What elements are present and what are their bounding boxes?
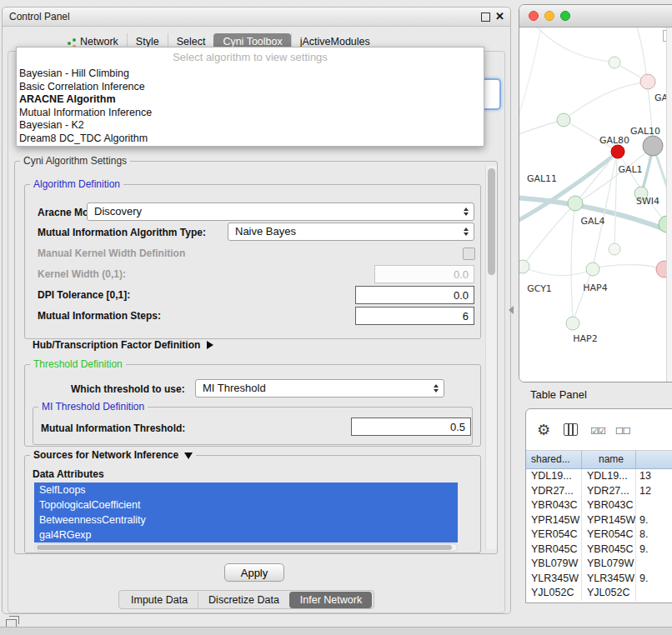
sources-expander[interactable]: Sources for Network Inference <box>30 449 196 461</box>
table-body: YDL19...YDL19...13YDR27...YDR27...12YBR0… <box>526 469 672 602</box>
column-header[interactable]: shared... <box>526 451 582 468</box>
table-cell: YJL052C <box>526 586 582 601</box>
network-edge <box>594 265 664 269</box>
network-node[interactable] <box>557 113 570 127</box>
hide-columns-icon[interactable] <box>615 422 630 438</box>
which-threshold-value: MI Threshold <box>196 380 429 397</box>
column-header[interactable] <box>636 451 672 468</box>
tab-label: Cyni Toolbox <box>223 36 282 48</box>
network-edge <box>524 268 591 275</box>
bottom-tab-discretize-data[interactable]: Discretize Data <box>198 592 289 608</box>
network-node-label: GAL10 <box>630 126 660 137</box>
mac-minimize-button[interactable] <box>544 11 554 21</box>
network-node-label: GAL4 <box>580 216 604 227</box>
which-threshold-select[interactable]: MI Threshold <box>195 379 444 398</box>
mac-close-button[interactable] <box>529 11 539 21</box>
bottom-tab-infer-network[interactable]: Infer Network <box>289 592 372 608</box>
network-node[interactable] <box>568 196 583 211</box>
algorithm-option[interactable]: Basic Correlation Inference <box>17 81 484 94</box>
table-row[interactable]: YBR043CYBR043C <box>526 498 672 513</box>
table-cell <box>636 586 672 601</box>
splitter-arrow-icon[interactable] <box>509 306 514 314</box>
table-cell: YLR345W <box>526 572 582 587</box>
close-icon[interactable] <box>495 10 504 22</box>
table-row[interactable]: YDL19...YDL19...13 <box>526 469 672 484</box>
mi-steps-field[interactable] <box>355 307 474 325</box>
sources-title: Sources for Network Inference <box>33 449 178 461</box>
network-vscrollbar[interactable] <box>666 28 672 382</box>
table-row[interactable]: YLR345WYLR345W9. <box>526 572 672 587</box>
network-canvas[interactable]: GAL80GAL10GAL11GAL1SWI4GAL4GCY1HAP4HAP2G… <box>519 28 672 382</box>
hub-definition-expander[interactable]: Hub/Transcription Factor Definition <box>33 338 213 352</box>
attribute-item[interactable]: gal4RGexp <box>34 528 458 542</box>
table-row[interactable]: YPR145WYPR145W9. <box>526 513 672 528</box>
table-row[interactable]: YER054CYER054C8. <box>526 528 672 542</box>
table-cell: YDR27... <box>582 484 636 499</box>
aracne-mode-select[interactable]: Discovery <box>87 202 474 221</box>
table-row[interactable]: YBL079WYBL079W <box>526 557 672 572</box>
table-cell: 9. <box>636 542 672 558</box>
algorithm-dropdown-popup: Select algorithm to view settings Bayesi… <box>16 47 484 147</box>
attribute-item[interactable]: BetweennessCentrality <box>34 512 458 528</box>
control-panel-titlebar[interactable]: Control Panel <box>3 8 510 27</box>
manual-kernel-width-checkbox[interactable] <box>463 248 475 260</box>
dpi-tolerance-field[interactable] <box>355 286 474 304</box>
vscrollbar-thumb[interactable] <box>488 168 495 275</box>
mi-threshold-group-title: MI Threshold Definition <box>38 401 148 412</box>
float-window-icon[interactable] <box>481 12 490 22</box>
column-header[interactable]: name <box>582 451 636 468</box>
apply-button[interactable]: Apply <box>224 563 284 582</box>
algorithm-option[interactable]: Mutual Information Inference <box>17 107 484 120</box>
network-node-label: SWI4 <box>636 196 659 207</box>
mi-algorithm-type-label: Mutual Information Algorithm Type: <box>38 225 206 240</box>
data-attributes-label: Data Attributes <box>33 467 104 482</box>
combo-arrows-icon <box>459 223 474 240</box>
tab-label: Select <box>177 36 206 48</box>
algorithm-option[interactable]: Bayesian - Hill Climbing <box>17 68 484 81</box>
network-node[interactable] <box>640 74 655 89</box>
network-window-titlebar[interactable] <box>519 5 672 28</box>
network-tab-icon <box>68 42 71 45</box>
columns-icon[interactable] <box>564 423 578 436</box>
table-row[interactable]: YDR27...YDR27...12 <box>526 484 672 499</box>
bottom-tab-impute-data[interactable]: Impute Data <box>121 592 198 608</box>
kernel-width-label: Kernel Width (0,1): <box>38 267 126 282</box>
network-node-label: HAP4 <box>583 282 607 293</box>
dropdown-placeholder: Select algorithm to view settings <box>17 48 484 68</box>
control-panel-window: Control Panel NetworkStyleSelectCyni Too… <box>2 7 511 614</box>
settings-vscrollbar[interactable] <box>485 166 497 549</box>
gear-icon[interactable] <box>537 421 550 439</box>
network-node[interactable] <box>609 243 620 255</box>
attribute-item[interactable]: SelfLoops <box>34 482 458 498</box>
show-columns-icon[interactable] <box>590 422 605 438</box>
table-cell: YPR145W <box>526 513 582 528</box>
mi-threshold-field[interactable] <box>351 418 471 436</box>
mi-steps-label: Mutual Information Steps: <box>38 308 161 323</box>
table-cell: YBL079W <box>582 557 636 572</box>
settings-group-title: Cyni Algorithm Settings <box>20 155 130 167</box>
network-node[interactable] <box>566 317 579 330</box>
network-node[interactable] <box>609 57 620 68</box>
network-node[interactable] <box>643 136 663 156</box>
network-node[interactable] <box>519 260 529 273</box>
hscrollbar-thumb[interactable] <box>37 545 452 550</box>
algorithm-option[interactable]: Bayesian - K2 <box>17 119 484 132</box>
network-edge <box>519 120 563 136</box>
table-panel-title: Table Panel <box>530 388 587 401</box>
table-row[interactable]: YJL052CYJL052C <box>526 586 672 601</box>
attributes-hscrollbar[interactable] <box>34 543 458 552</box>
table-cell: YDL19... <box>582 469 636 484</box>
mi-algorithm-type-select[interactable]: Naive Bayes <box>228 222 474 241</box>
network-node[interactable] <box>586 262 599 276</box>
network-edge <box>519 28 542 126</box>
network-node-label: GAL11 <box>527 173 557 184</box>
mac-zoom-button[interactable] <box>560 11 570 21</box>
table-row[interactable]: YBR045CYBR045C9. <box>526 542 672 558</box>
attribute-item[interactable]: TopologicalCoefficient <box>34 498 458 512</box>
network-node-label: GCY1 <box>527 283 552 294</box>
algorithm-option[interactable]: Dream8 DC_TDC Algorithm <box>17 132 484 146</box>
algorithm-option[interactable]: ARACNE Algorithm <box>17 93 484 107</box>
network-edge <box>636 28 647 81</box>
network-node[interactable] <box>611 145 624 158</box>
mi-algorithm-type-value: Naive Bayes <box>228 223 459 240</box>
